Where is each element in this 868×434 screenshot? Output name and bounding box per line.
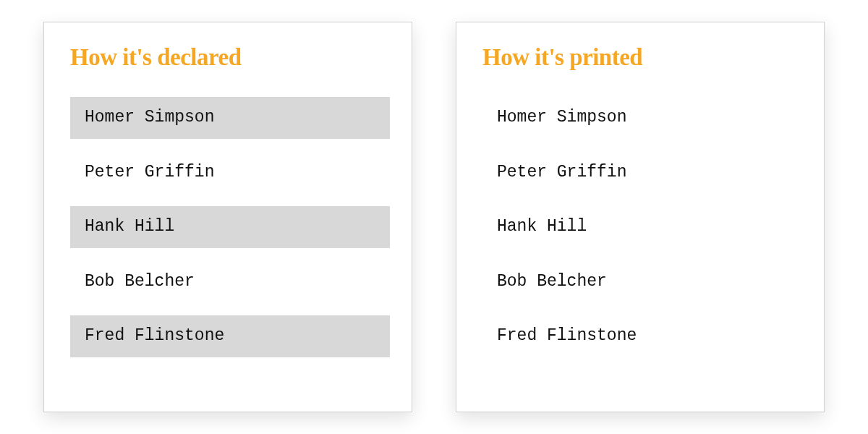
declared-card: How it's declared Homer Simpson Peter Gr…	[43, 22, 412, 412]
list-item: Bob Belcher	[70, 261, 390, 303]
list-item: Bob Belcher	[482, 261, 802, 303]
list-item: Homer Simpson	[482, 97, 802, 139]
list-item: Peter Griffin	[70, 152, 390, 194]
list-item: Fred Flinstone	[482, 315, 802, 357]
list-item: Fred Flinstone	[70, 315, 390, 357]
printed-card: How it's printed Homer Simpson Peter Gri…	[456, 22, 825, 412]
declared-title: How it's declared	[70, 44, 390, 71]
list-item: Homer Simpson	[70, 97, 390, 139]
list-item: Peter Griffin	[482, 152, 802, 194]
declared-list: Homer Simpson Peter Griffin Hank Hill Bo…	[70, 97, 390, 357]
printed-list: Homer Simpson Peter Griffin Hank Hill Bo…	[482, 97, 802, 357]
printed-title: How it's printed	[482, 44, 802, 71]
list-item: Hank Hill	[70, 206, 390, 248]
list-item: Hank Hill	[482, 206, 802, 248]
